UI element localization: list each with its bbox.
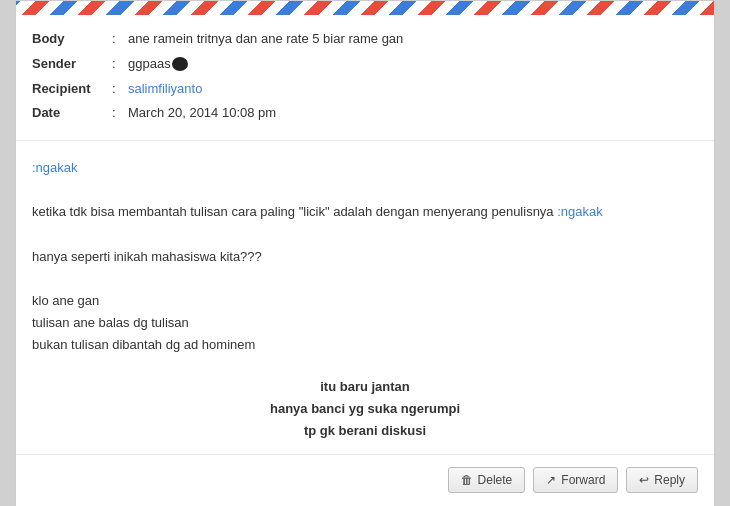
mail-footer: 🗑 Delete ↗ Forward ↩ Reply: [16, 454, 714, 506]
recipient-label: Recipient: [32, 79, 112, 100]
bold-line2: hanya banci yg suka ngerumpi: [32, 398, 698, 420]
mail-header: Body : ane ramein tritnya dan ane rate 5…: [16, 15, 714, 141]
body-line5: tulisan ane balas dg tulisan: [32, 312, 698, 334]
delete-button[interactable]: 🗑 Delete: [448, 467, 526, 493]
forward-icon: ↗: [546, 473, 556, 487]
body-line4: klo ane gan: [32, 290, 698, 312]
top-stripe-border: [16, 1, 714, 15]
body-line2: ketika tdk bisa membantah tulisan cara p…: [32, 201, 698, 223]
body-label: Body: [32, 29, 112, 50]
body-row: Body : ane ramein tritnya dan ane rate 5…: [32, 29, 698, 50]
redacted-info: [172, 57, 188, 71]
mail-window: Body : ane ramein tritnya dan ane rate 5…: [15, 0, 715, 506]
body-line1: :ngakak: [32, 157, 698, 179]
trash-icon: 🗑: [461, 473, 473, 487]
sender-value: ggpaas: [128, 54, 188, 75]
forward-button[interactable]: ↗ Forward: [533, 467, 618, 493]
body-line6: bukan tulisan dibantah dg ad hominem: [32, 334, 698, 356]
bold-line3: tp gk berani diskusi: [32, 420, 698, 442]
bold-line1: itu baru jantan: [32, 376, 698, 398]
date-value: March 20, 2014 10:08 pm: [128, 103, 276, 124]
mail-body: :ngakak ketika tdk bisa membantah tulisa…: [16, 141, 714, 454]
body-line3: hanya seperti inikah mahasiswa kita???: [32, 246, 698, 268]
date-label: Date: [32, 103, 112, 124]
recipient-row: Recipient : salimfiliyanto: [32, 79, 698, 100]
body-value: ane ramein tritnya dan ane rate 5 biar r…: [128, 29, 403, 50]
body-bold-section: itu baru jantan hanya banci yg suka nger…: [32, 376, 698, 442]
date-row: Date : March 20, 2014 10:08 pm: [32, 103, 698, 124]
sender-label: Sender: [32, 54, 112, 75]
sender-row: Sender : ggpaas: [32, 54, 698, 75]
reply-icon: ↩: [639, 473, 649, 487]
reply-button[interactable]: ↩ Reply: [626, 467, 698, 493]
recipient-value[interactable]: salimfiliyanto: [128, 79, 202, 100]
